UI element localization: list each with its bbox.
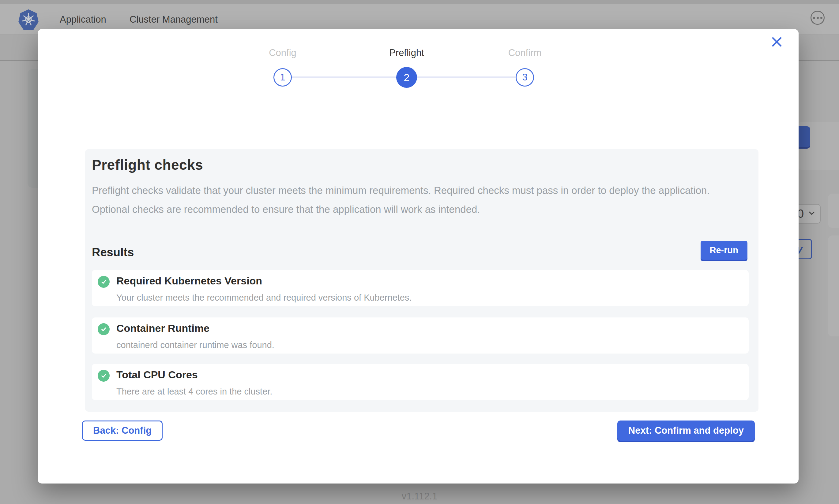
- preflight-wizard-modal: Config Preflight Confirm 1 2 3 Preflight…: [38, 29, 799, 484]
- ellipsis-menu-icon[interactable]: [810, 11, 825, 25]
- check-title: Required Kubernetes Version: [116, 275, 262, 287]
- check-pass-icon: [98, 370, 109, 382]
- chevron-down-icon: [807, 209, 816, 219]
- next-confirm-deploy-button[interactable]: Next: Confirm and deploy: [617, 420, 755, 441]
- step-label-config: Config: [237, 48, 328, 58]
- page-title: Preflight checks: [92, 157, 203, 173]
- step-circle-3[interactable]: 3: [516, 68, 534, 87]
- preflight-panel: Preflight checks Preflight checks valida…: [85, 149, 758, 412]
- background-card-fragment-right-3: [828, 235, 839, 337]
- step-label-confirm: Confirm: [479, 48, 571, 58]
- check-title: Container Runtime: [116, 322, 209, 334]
- check-message: containerd container runtime was found.: [116, 340, 274, 350]
- background-card-fragment-right-2: [828, 194, 839, 228]
- app-version-label: v1.112.1: [0, 491, 839, 502]
- close-icon[interactable]: [770, 35, 784, 49]
- window-top-edge: [0, 0, 839, 4]
- results-heading: Results: [92, 246, 134, 259]
- preflight-check-row: Required Kubernetes Version Your cluster…: [92, 270, 749, 306]
- preflight-check-row: Container Runtime containerd container r…: [92, 318, 749, 354]
- kubernetes-logo-icon: [18, 8, 39, 31]
- check-message: Your cluster meets the recommended and r…: [116, 293, 412, 303]
- preflight-check-row: Total CPU Cores There are at least 4 cor…: [92, 364, 749, 400]
- back-config-button[interactable]: Back: Config: [82, 420, 162, 441]
- check-pass-icon: [98, 276, 109, 288]
- preflight-description: Preflight checks validate that your clus…: [92, 181, 732, 219]
- check-pass-icon: [98, 323, 109, 335]
- check-message: There are at least 4 cores in the cluste…: [116, 386, 272, 397]
- step-circle-2-active[interactable]: 2: [396, 67, 417, 88]
- check-title: Total CPU Cores: [116, 369, 198, 381]
- rerun-button[interactable]: Re-run: [701, 241, 748, 260]
- step-label-preflight: Preflight: [361, 48, 452, 58]
- step-circle-1[interactable]: 1: [273, 68, 292, 87]
